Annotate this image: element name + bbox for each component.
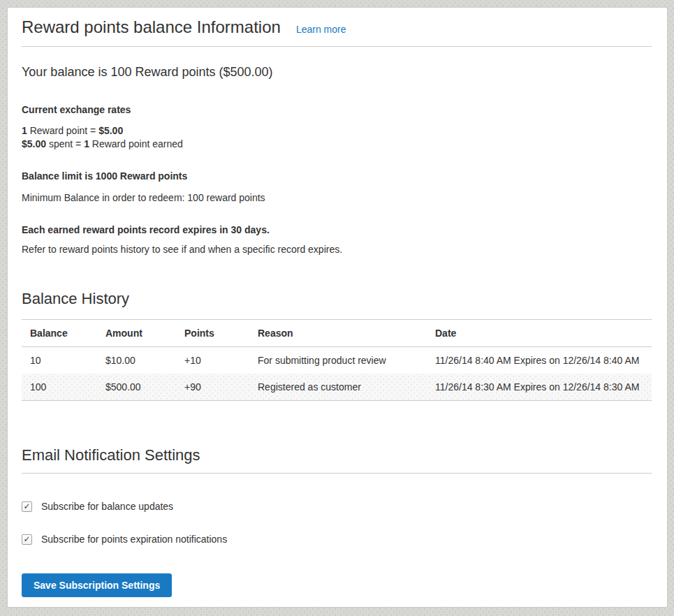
balance-limit-text: Balance limit is 1000 Reward points [22,169,652,183]
expiration-note-text: Refer to reward points history to see if… [22,242,652,256]
table-header-row: Balance Amount Points Reason Date [22,320,652,347]
cell-reason: Registered as customer [249,374,427,401]
balance-history-table: Balance Amount Points Reason Date 10 $10… [22,319,652,401]
learn-more-link[interactable]: Learn more [296,24,346,35]
column-header-points: Points [176,320,249,347]
column-header-reason: Reason [249,320,427,347]
page-title: Reward points balance Information [22,17,281,37]
column-header-amount: Amount [97,320,176,347]
cell-date: 11/26/14 8:30 AM Expires on 12/26/14 8:3… [427,374,652,401]
table-row: 100 $500.00 +90 Registered as customer 1… [22,374,652,401]
balance-updates-option: ✓ Subscribe for balance updates [22,499,652,513]
balance-summary: Your balance is 100 Reward points ($500.… [22,64,652,81]
column-header-balance: Balance [22,320,97,347]
exchange-rate-line-1: 1 Reward point = $5.00 [22,124,652,138]
cell-balance: 100 [22,374,97,401]
cell-amount: $10.00 [97,347,176,374]
exchange-rates-heading: Current exchange rates [22,103,652,117]
email-notification-settings-heading: Email Notification Settings [22,446,652,474]
column-header-date: Date [427,320,652,347]
points-expiration-option: ✓ Subscribe for points expiration notifi… [22,532,652,546]
points-expiration-label[interactable]: Subscribe for points expiration notifica… [41,532,227,546]
reward-points-panel: Reward points balance Information Learn … [7,7,668,608]
cell-date: 11/26/14 8:40 AM Expires on 12/26/14 8:4… [427,347,652,374]
page-header: Reward points balance Information Learn … [22,17,652,47]
save-subscription-settings-button[interactable]: Save Subscription Settings [22,573,172,597]
cell-amount: $500.00 [97,374,176,401]
expiration-rule-text: Each earned reward points record expires… [22,223,652,237]
cell-points: +90 [176,374,249,401]
balance-history-heading: Balance History [22,289,652,309]
points-expiration-checkbox[interactable]: ✓ [22,534,32,545]
cell-points: +10 [176,347,249,374]
cell-balance: 10 [22,347,97,374]
cell-reason: For submitting product review [249,347,427,374]
balance-updates-checkbox[interactable]: ✓ [22,501,32,512]
table-row: 10 $10.00 +10 For submitting product rev… [22,347,652,374]
balance-updates-label[interactable]: Subscribe for balance updates [41,499,173,513]
minimum-balance-text: Minimum Balance in order to redeem: 100 … [22,191,652,205]
exchange-rates-lines: 1 Reward point = $5.00 $5.00 spent = 1 R… [22,124,652,151]
exchange-rate-line-2: $5.00 spent = 1 Reward point earned [22,138,652,151]
